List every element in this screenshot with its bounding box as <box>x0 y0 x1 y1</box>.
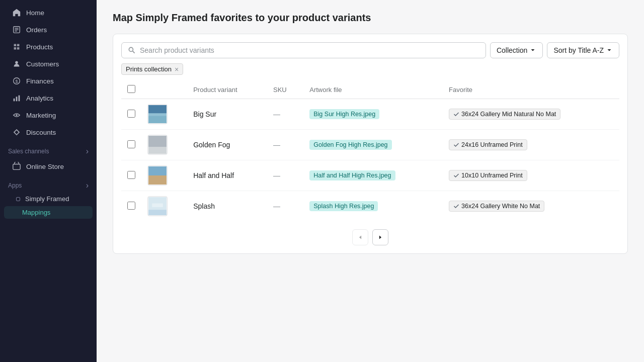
search-input[interactable] <box>140 46 479 54</box>
main-content: Map Simply Framed favorites to your prod… <box>97 0 644 362</box>
row-thumb-cell <box>141 160 187 191</box>
svg-rect-19 <box>148 136 167 147</box>
marketing-icon <box>12 111 21 120</box>
row-checkbox-big-sur[interactable] <box>127 110 135 118</box>
product-name-big-sur: Big Sur <box>193 110 216 118</box>
row-artwork-cell: Splash High Res.jpeg <box>303 191 443 222</box>
row-favorite-cell: 36x24 Gallery White No Mat <box>443 191 619 222</box>
artwork-badge-half-and-half[interactable]: Half and Half High Res.jpeg <box>309 170 395 180</box>
svg-rect-26 <box>148 210 167 215</box>
favorite-badge-half-and-half[interactable]: 10x10 Unframed Print <box>449 170 527 181</box>
row-sku-cell: — <box>267 130 303 160</box>
row-sku-cell: — <box>267 191 303 222</box>
svg-point-12 <box>129 47 133 51</box>
product-name-golden-fog: Golden Fog <box>193 141 230 149</box>
col-sku: SKU <box>267 81 303 99</box>
discounts-icon <box>12 128 21 137</box>
artwork-badge-splash[interactable]: Splash High Res.jpeg <box>309 201 378 211</box>
sidebar-item-customers[interactable]: Customers <box>4 56 93 72</box>
svg-point-10 <box>16 114 18 116</box>
svg-line-13 <box>133 51 135 53</box>
row-favorite-cell: 10x10 Unframed Print <box>443 160 619 191</box>
product-name-splash: Splash <box>193 202 215 210</box>
orders-icon <box>12 25 21 34</box>
product-variants-card: Collection Sort by Title A-Z Prints coll… <box>113 34 628 254</box>
table-row: Half and Half — Half and Half High Res.j… <box>121 160 619 191</box>
col-product-variant: Product variant <box>187 81 267 99</box>
page-title: Map Simply Framed favorites to your prod… <box>113 12 628 24</box>
remove-filter-button[interactable]: × <box>175 66 179 73</box>
online-store-icon <box>12 162 21 171</box>
row-favorite-cell: 24x16 Unframed Print <box>443 130 619 160</box>
chevron-down-icon <box>529 47 536 54</box>
checkmark-icon <box>453 203 459 209</box>
row-checkbox-half-and-half[interactable] <box>127 171 135 179</box>
sidebar-item-marketing[interactable]: Marketing <box>4 107 93 123</box>
chevron-left-icon <box>357 234 364 241</box>
checkmark-icon <box>453 172 459 178</box>
sku-value-half-and-half: — <box>273 171 280 179</box>
row-name-cell: Splash <box>187 191 267 222</box>
row-name-cell: Big Sur <box>187 99 267 130</box>
row-checkbox-cell <box>121 160 141 191</box>
collection-filter-button[interactable]: Collection <box>490 42 543 58</box>
products-icon <box>12 42 21 51</box>
favorite-badge-golden-fog[interactable]: 24x16 Unframed Print <box>449 139 527 150</box>
finances-icon: $ <box>12 76 21 85</box>
sidebar-item-online-store[interactable]: Online Store <box>4 158 93 174</box>
row-checkbox-golden-fog[interactable] <box>127 140 135 148</box>
next-page-button[interactable] <box>372 229 388 245</box>
col-artwork: Artwork file <box>303 81 443 99</box>
product-name-half-and-half: Half and Half <box>193 171 234 179</box>
checkmark-icon <box>453 111 459 117</box>
svg-rect-20 <box>148 147 167 154</box>
sku-value-golden-fog: — <box>273 141 280 149</box>
sidebar-item-mappings[interactable]: Mappings <box>4 206 93 219</box>
svg-rect-16 <box>148 115 167 123</box>
apps-section: Apps › <box>0 175 97 192</box>
svg-rect-8 <box>16 97 18 101</box>
sidebar-item-simply-framed[interactable]: Simply Framed <box>4 193 93 205</box>
active-filters-row: Prints collection × <box>121 63 619 75</box>
artwork-badge-big-sur[interactable]: Big Sur High Res.jpeg <box>309 109 379 119</box>
sidebar-item-products[interactable]: Products <box>4 39 93 55</box>
home-icon <box>12 8 21 17</box>
pagination <box>121 229 619 245</box>
row-name-cell: Half and Half <box>187 160 267 191</box>
svg-rect-23 <box>148 175 167 185</box>
table-row: Splash — Splash High Res.jpeg 36x24 Gall… <box>121 191 619 222</box>
svg-rect-7 <box>14 99 15 101</box>
row-checkbox-splash[interactable] <box>127 202 135 210</box>
favorite-badge-big-sur[interactable]: 36x24 Gallery Mid Natural No Mat <box>449 109 560 120</box>
sidebar-item-discounts[interactable]: Discounts <box>4 124 93 140</box>
product-thumbnail-big-sur <box>147 104 168 124</box>
prev-page-button[interactable] <box>352 229 368 245</box>
chevron-right-icon <box>377 234 384 241</box>
row-favorite-cell: 36x24 Gallery Mid Natural No Mat <box>443 99 619 130</box>
filter-chip-prints-collection: Prints collection × <box>121 63 183 75</box>
artwork-badge-golden-fog[interactable]: Golden Fog High Res.jpeg <box>309 140 391 150</box>
product-thumbnail-golden-fog <box>147 135 168 155</box>
svg-rect-27 <box>152 204 163 207</box>
sidebar-item-home[interactable]: Home <box>4 5 93 21</box>
search-box[interactable] <box>121 42 486 58</box>
product-variants-table: Product variant SKU Artwork file Favorit… <box>121 81 619 221</box>
sku-value-splash: — <box>273 202 280 210</box>
table-row: Golden Fog — Golden Fog High Res.jpeg 24… <box>121 130 619 160</box>
chevron-down-icon-2 <box>606 47 613 54</box>
svg-rect-17 <box>148 113 167 116</box>
sidebar-item-orders[interactable]: Orders <box>4 22 93 38</box>
sidebar-item-finances[interactable]: $ Finances <box>4 73 93 89</box>
favorite-badge-splash[interactable]: 36x24 Gallery White No Mat <box>449 201 544 212</box>
product-thumbnail-half-and-half <box>147 165 168 186</box>
simply-framed-icon <box>16 197 20 201</box>
row-artwork-cell: Big Sur High Res.jpeg <box>303 99 443 130</box>
row-artwork-cell: Half and Half High Res.jpeg <box>303 160 443 191</box>
search-filter-row: Collection Sort by Title A-Z <box>121 42 619 58</box>
select-all-checkbox[interactable] <box>127 85 135 93</box>
sort-button[interactable]: Sort by Title A-Z <box>547 42 619 58</box>
sidebar-item-analytics[interactable]: Analytics <box>4 90 93 106</box>
svg-text:$: $ <box>15 79 18 84</box>
row-thumb-cell <box>141 130 187 160</box>
row-checkbox-cell <box>121 191 141 222</box>
